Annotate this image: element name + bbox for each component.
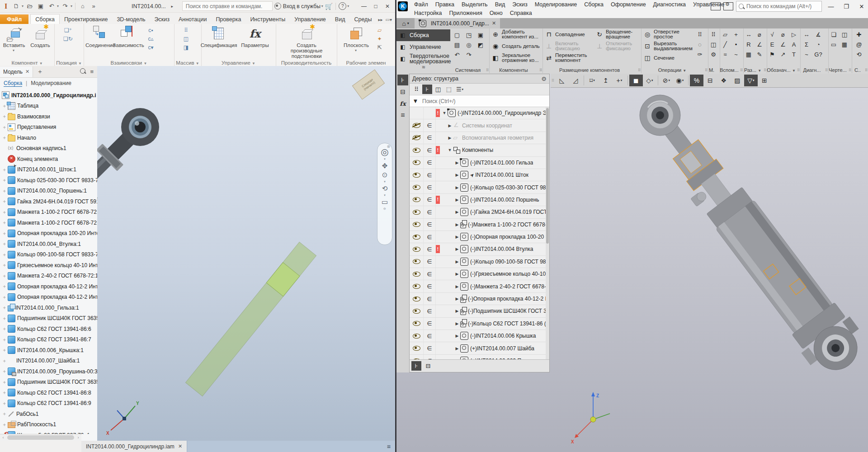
undo[interactable]: ↶: [453, 50, 462, 60]
array-tool[interactable]: ⠿: [709, 29, 718, 39]
check-geometry[interactable]: G?: [814, 49, 823, 59]
ribbon-tab[interactable]: Проверка: [211, 14, 245, 24]
expand-icon[interactable]: ▶: [454, 346, 460, 351]
expand-icon[interactable]: ▶: [454, 309, 460, 313]
work-plane-button[interactable]: Плоскость▾: [341, 26, 371, 53]
work-sketch-icon[interactable]: ▱: [376, 27, 383, 33]
ribbon-button[interactable]: ⇄ Переместить компонент: [542, 52, 593, 64]
expand-icon[interactable]: ▶: [447, 136, 453, 140]
tree-node[interactable]: ＋ Начало: [0, 132, 97, 143]
base-mark[interactable]: A: [789, 39, 798, 49]
scene-settings[interactable]: ▨: [731, 75, 744, 86]
kompas-logo-icon[interactable]: K: [398, 1, 408, 11]
navbar-close-icon[interactable]: ⊗: [387, 144, 390, 149]
display-mode[interactable]: ◇▾: [643, 75, 656, 86]
tree-row[interactable]: ∈ ▶ (-)Опорная прокладка 100-20 Инт: [410, 231, 549, 243]
visibility-eye-icon[interactable]: [413, 210, 420, 215]
tree-node[interactable]: ＋ Гайка 2М24-6Н.04.019 ГОСТ 5919: [0, 196, 97, 207]
new-drawing[interactable]: ❏: [829, 29, 838, 39]
inventor-viewport[interactable]: X Y Спереди (Начало) ⊗ ◎ ▾ ✥ ⊙ ▾ ⟲ ▾: [97, 66, 395, 441]
expand-icon[interactable]: ＋: [1, 198, 7, 205]
menu-item[interactable]: Окно: [486, 10, 506, 16]
scroll-left-icon[interactable]: ‹: [0, 435, 6, 440]
pattern-grid-icon[interactable]: ⠿: [182, 27, 190, 33]
tree-node[interactable]: ＋ Манжета 1-100-2 ГОСТ 6678-72:2: [0, 217, 97, 228]
filter-funnel-icon[interactable]: ▼: [410, 98, 421, 104]
dimension-table[interactable]: ▦: [744, 49, 753, 59]
view-frame[interactable]: ▭: [829, 39, 838, 49]
open-document[interactable]: ◳: [464, 30, 473, 40]
expand-icon[interactable]: ＋: [1, 336, 7, 343]
save-as[interactable]: ◩: [476, 40, 485, 50]
browser-menu-icon[interactable]: ≡: [90, 68, 94, 75]
control-point[interactable]: •: [731, 39, 741, 49]
expand-icon[interactable]: ＋: [1, 113, 7, 120]
drawing-views[interactable]: ◫: [840, 29, 849, 39]
new-document[interactable]: ▢: [453, 30, 462, 40]
tree-search-input[interactable]: [421, 98, 549, 105]
tree-node[interactable]: Конец элемента: [0, 154, 97, 165]
visibility-eye-icon[interactable]: [413, 346, 420, 351]
ribbon-tab[interactable]: Инструменты: [245, 14, 290, 24]
tree-row[interactable]: ∈ ▶ (-)INT2014.01.000 Гильза: [410, 157, 549, 169]
tree-row[interactable]: ∈ ▶ (-)Гайка 2М24-6Н.04.019 ГОСТ 591: [410, 206, 549, 218]
ribbon-tab[interactable]: Аннотации: [174, 14, 211, 24]
structure-tab-icon[interactable]: ⊦: [411, 361, 421, 371]
help-search-input[interactable]: [185, 3, 270, 10]
placement-tool[interactable]: ◫: [709, 39, 718, 49]
help-dropdown-icon[interactable]: ▾: [347, 4, 349, 8]
pattern-feature[interactable]: ⠿: [695, 29, 704, 39]
ribbon-tab[interactable]: Вид: [330, 14, 350, 24]
tree-row[interactable]: ∈ ▶ (-)Манжета 2-40-2 ГОСТ 6678-72: [410, 280, 549, 292]
include-icon[interactable]: ∈: [424, 144, 436, 156]
navigation-wheel-icon[interactable]: ◎: [381, 149, 388, 155]
expand-icon[interactable]: ＋: [1, 315, 7, 322]
appearance[interactable]: ❖: [717, 75, 731, 86]
interface-settings-icon[interactable]: [723, 2, 733, 10]
work-ucs-icon[interactable]: ⇱: [376, 44, 383, 51]
include-icon[interactable]: ∈: [424, 132, 436, 144]
tree-row[interactable]: ∈ ! ▼ Компоненты: [410, 144, 549, 156]
menu-item[interactable]: Эскиз: [509, 1, 530, 8]
show-constraints-icon[interactable]: c▪: [147, 27, 155, 33]
print[interactable]: ▤: [453, 40, 462, 50]
diametral-dimension[interactable]: ⌀: [755, 29, 764, 39]
zoom-window-icon[interactable]: ⊙: [382, 171, 388, 178]
text-label[interactable]: T: [789, 49, 798, 59]
expand-icon[interactable]: ＋: [1, 421, 7, 428]
expand-icon[interactable]: ＋: [1, 358, 7, 364]
tree-row[interactable]: ∈ ▶ (-)Кольцо 090-100-58 ГОСТ 9833-7: [410, 256, 549, 268]
browser-hscrollbar[interactable]: ‹ ›: [0, 434, 81, 441]
parameters-button[interactable]: fx Параметры: [239, 26, 271, 48]
visibility-eye-off-icon[interactable]: [413, 135, 420, 140]
pan-icon[interactable]: ✥: [382, 162, 388, 169]
hide-constraints-icon[interactable]: c▵: [147, 35, 155, 42]
chevron-right-icon[interactable]: ▸: [168, 2, 177, 11]
menu-item[interactable]: Диагностика: [650, 1, 689, 8]
expand-icon[interactable]: ＋: [1, 347, 7, 353]
tree-root-node[interactable]: INT2014.00.000_Гидроцилиндр.i: [0, 90, 97, 101]
ribbon-collapse-icon[interactable]: ▭▾: [385, 17, 392, 22]
collapse-icon[interactable]: ▼: [442, 111, 447, 115]
docbar-menu-icon[interactable]: ≡: [387, 443, 395, 450]
expand-icon[interactable]: ▶: [447, 123, 453, 128]
tree-filters[interactable]: ☰▾: [455, 85, 465, 94]
expand-icon[interactable]: ▶: [454, 284, 460, 289]
look-at-icon[interactable]: ▭: [382, 198, 388, 205]
free-move-icon[interactable]: ❏⁺: [64, 27, 72, 33]
visibility-eye-icon[interactable]: [413, 321, 420, 326]
tree-node[interactable]: ＋ INT2014.00.001_Шток:1: [0, 165, 97, 175]
view-table[interactable]: ▦: [840, 39, 849, 49]
ribbon-tab[interactable]: Эскиз: [150, 14, 174, 24]
pattern-mirror-icon[interactable]: ◫: [182, 35, 190, 42]
show-objects[interactable]: ◉▾: [673, 75, 687, 86]
expand-icon[interactable]: ▶: [454, 272, 460, 276]
spiral-curve[interactable]: ≈: [721, 49, 730, 59]
expand-icon[interactable]: ▶: [454, 185, 460, 190]
redo[interactable]: ↷: [464, 50, 473, 60]
undo-dropdown-icon[interactable]: ▾: [57, 4, 59, 8]
expand-icon[interactable]: ＋: [1, 177, 7, 184]
tree-panel-icon[interactable]: ⊦: [397, 75, 408, 85]
include-icon[interactable]: ∈: [424, 355, 436, 359]
tree-node[interactable]: ＋ Опорная прокладка 40-12-2 Инте: [0, 281, 97, 292]
